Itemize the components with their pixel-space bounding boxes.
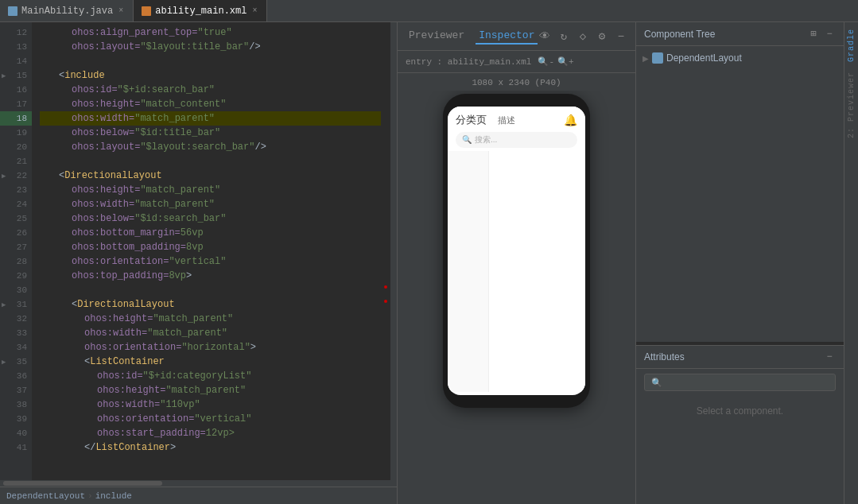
gutter-22 (32, 165, 40, 180)
gutter-28 (32, 251, 40, 266)
component-tree-content[interactable]: ▶ DependentLayout (636, 46, 844, 342)
right-mark-28 (381, 251, 390, 266)
code-line-17: ohos:height="match_content" (40, 97, 381, 111)
line-number-13: 13 (0, 40, 32, 54)
preview-zoom-out[interactable]: 🔍- (538, 56, 554, 67)
h-scroll-thumb (3, 481, 162, 486)
gutter-31 (32, 294, 40, 308)
phone-title: 分类页 (456, 114, 487, 126)
right-mark-15 (381, 65, 390, 79)
code-line-16: ohos:id="$+id:search_bar" (40, 83, 381, 97)
line-number-35: ▶35 (0, 355, 32, 369)
fold-arrow-31[interactable]: ▶ (2, 300, 6, 309)
gutter-26 (32, 223, 40, 237)
eye-icon[interactable]: 👁 (538, 30, 551, 43)
code-lines[interactable]: ohos:align_parent_top="true"ohos:layout=… (40, 22, 381, 480)
gutter-15 (32, 65, 40, 79)
phone-screen-body (448, 151, 585, 392)
line-number-28: 28 (0, 254, 32, 269)
line-number-41: 41 (0, 440, 32, 455)
right-mark-31 (381, 294, 390, 308)
code-line-20: ohos:layout="$layout:search_bar"/> (40, 140, 381, 154)
gutter-17 (32, 94, 40, 108)
code-line-14 (40, 54, 381, 68)
gutter-35 (32, 351, 40, 366)
diamond-icon[interactable]: ◇ (577, 30, 589, 43)
fold-arrow-15[interactable]: ▶ (2, 72, 6, 80)
inspector-panel: Component Tree ⊞ − ▶ DependentLayout Att… (636, 22, 844, 504)
code-line-18: ohos:width="match_parent" (40, 111, 381, 126)
line-number-29: 29 (0, 269, 32, 283)
right-mark-26 (381, 223, 390, 237)
main-area: 121314▶15161718192021▶222324252627282930… (0, 22, 858, 504)
line-number-39: 39 (0, 412, 32, 426)
line-number-38: 38 (0, 397, 32, 412)
attr-search-wrapper[interactable]: 🔍 (644, 374, 836, 391)
ct-expand-icon[interactable]: ⊞ (807, 28, 820, 41)
tab-inspector[interactable]: Inspector (476, 28, 538, 45)
attr-search-input[interactable] (666, 377, 829, 388)
breadcrumb-item-1[interactable]: DependentLayout (6, 491, 85, 501)
minimize-icon[interactable]: − (615, 30, 627, 43)
previewer-tabs: Previewer Inspector (406, 28, 538, 45)
gutter-20 (32, 137, 40, 151)
gutter-16 (32, 79, 40, 94)
gutter-27 (32, 237, 40, 251)
fold-arrow-35[interactable]: ▶ (2, 358, 6, 366)
gear-icon[interactable]: ⚙ (596, 30, 608, 43)
xml-file-icon (142, 6, 151, 16)
right-mark-23 (381, 180, 390, 194)
code-line-30 (40, 283, 381, 297)
line-number-36: 36 (0, 369, 32, 383)
line-number-37: 37 (0, 383, 32, 397)
horizontal-scrollbar[interactable] (0, 480, 397, 487)
line-number-16: 16 (0, 83, 32, 97)
tree-item-root[interactable]: ▶ DependentLayout (636, 49, 844, 67)
tab-main-ability-label: MainAbility.java (21, 6, 113, 17)
line-number-31: ▶31 (0, 297, 32, 312)
right-mark-20 (381, 137, 390, 151)
code-line-29: ohos:top_padding=8vp> (40, 269, 381, 283)
code-line-41: </ListContainer> (40, 440, 381, 455)
breadcrumb-item-2[interactable]: include (95, 491, 132, 501)
phone-search-bar[interactable]: 🔍 搜索... (456, 132, 577, 148)
preview-device-wrapper: 分类页 描述 🔔 🔍 搜索... (398, 91, 635, 504)
line-number-32: 32 (0, 312, 32, 326)
gutter-30 (32, 280, 40, 294)
phone-bell-icon: 🔔 (564, 114, 577, 127)
ct-minimize-icon[interactable]: − (823, 28, 836, 41)
preview-zoom-in[interactable]: 🔍+ (557, 56, 574, 67)
tab-ability-xml[interactable]: ability_main.xml × (134, 0, 267, 21)
gutter-34 (32, 337, 40, 351)
code-line-28: ohos:orientation="vertical" (40, 254, 381, 269)
fold-arrow-22[interactable]: ▶ (2, 172, 6, 180)
gutter-36 (32, 366, 40, 380)
code-line-40: ohos:start_padding=12vp> (40, 426, 381, 440)
gutter-32 (32, 308, 40, 323)
line-number-34: 34 (0, 340, 32, 355)
refresh-icon[interactable]: ↻ (557, 30, 570, 43)
tab-main-ability[interactable]: MainAbility.java × (0, 0, 134, 21)
tab-previewer[interactable]: Previewer (406, 28, 468, 45)
vertical-scrollbar[interactable] (390, 22, 397, 480)
line-number-23: 23 (0, 183, 32, 197)
tab-bar: MainAbility.java × ability_main.xml × (0, 0, 858, 22)
sidebar-previewer-label[interactable]: 2: Previewer (847, 68, 856, 142)
code-line-37: ohos:height="match_parent" (40, 383, 381, 397)
preview-icons: 👁 ↻ ◇ ⚙ − (538, 30, 627, 43)
gutter-12 (32, 22, 40, 37)
right-mark-35 (381, 351, 390, 366)
gutter-29 (32, 266, 40, 280)
right-mark-18 (381, 108, 390, 122)
code-line-33: ohos:width="match_parent" (40, 326, 381, 340)
right-mark-34 (381, 337, 390, 351)
code-line-26: ohos:bottom_margin=56vp (40, 226, 381, 240)
right-mark-21 (381, 151, 390, 165)
attributes-minimize-icon[interactable]: − (823, 351, 836, 363)
tab-main-ability-close[interactable]: × (117, 6, 125, 16)
phone-screen: 分类页 描述 🔔 🔍 搜索... (448, 107, 585, 395)
tab-ability-xml-close[interactable]: × (250, 6, 258, 16)
sidebar-gradle-label[interactable]: Gradle (847, 25, 856, 65)
gutter-33 (32, 323, 40, 337)
line-number-27: 27 (0, 240, 32, 254)
